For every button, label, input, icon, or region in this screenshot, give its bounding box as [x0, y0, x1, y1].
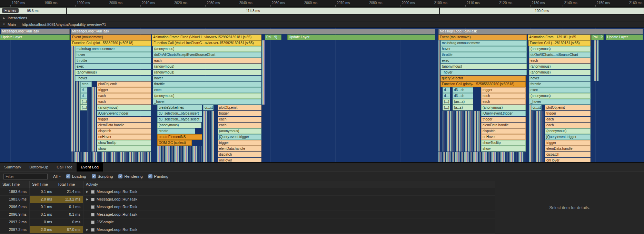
flame-bar[interactable]: Function Call (...28139181.js:85) [528, 40, 591, 46]
flame-bar[interactable]: exec [440, 58, 527, 64]
flame-bar[interactable]: (...) [443, 99, 450, 105]
flame-bar[interactable]: cr...xt [203, 105, 214, 110]
flame-bar[interactable]: _hover [75, 76, 151, 81]
flame-bar[interactable]: elemData.handle [97, 123, 151, 128]
flame-bar[interactable]: (anonymous) [153, 64, 261, 69]
flame-bar[interactable]: each [481, 93, 526, 99]
flame-bar[interactable]: each [545, 117, 591, 122]
flame-bar[interactable]: (...) [443, 105, 450, 110]
flame-bar[interactable]: plotObj.emit [545, 105, 591, 110]
flame-bar[interactable]: throttle [529, 81, 591, 87]
flame-bar[interactable]: jQuery.event.trigger [481, 111, 526, 116]
table-row[interactable]: 1883.6 ms0.1 ms21.4 ms▶MessageLoop::RunT… [0, 188, 495, 196]
column-header-total-time[interactable]: Total Time [55, 181, 83, 188]
checkbox-rendering[interactable]: ✓Rendering [118, 174, 142, 178]
flame-bar[interactable]: (...) [80, 105, 87, 110]
flame-bar[interactable]: show [481, 146, 526, 152]
checkbox-painting[interactable]: ✓Painting [148, 174, 169, 178]
main-track-header[interactable]: ▼ Main — http://localhost:8081/chystat/c… [0, 21, 644, 28]
flame-bar[interactable]: d3...ch [453, 87, 473, 93]
flame-bar[interactable]: each [481, 99, 526, 105]
table-row[interactable]: 2096.9 ms0.1 ms0.1 msMessageLoop::RunTas… [0, 203, 495, 211]
duration-filter-select[interactable]: All ▾ [53, 174, 61, 178]
flame-bar[interactable]: throttle [75, 58, 151, 64]
frame-bar[interactable]: 100.0 ms [440, 8, 644, 14]
flame-bar[interactable]: Event (mousemove) [438, 35, 527, 40]
flame-bar[interactable]: throttle [153, 81, 261, 87]
flame-bar[interactable]: createSpikelines [157, 105, 202, 110]
flame-bar[interactable]: (anonymous) [529, 64, 591, 69]
flame-bar[interactable]: Function Call (ValueLineChartG...avior-v… [152, 40, 261, 46]
flame-bar[interactable]: exec [75, 64, 151, 69]
flame-bar[interactable]: d... [80, 93, 87, 99]
flame-bar[interactable]: (an...s) [453, 99, 473, 105]
flame-bar[interactable]: Function Call (plot...55639760.js:50518) [71, 40, 151, 46]
flame-bar[interactable]: hover [75, 52, 151, 58]
flame-bar[interactable]: d... [443, 93, 450, 99]
flame-bar[interactable]: dispatch [218, 152, 261, 157]
flame-bar[interactable]: createElementNS [157, 134, 202, 140]
flame-bar[interactable]: DOM GC (collect) [157, 140, 192, 146]
flame-bar[interactable]: jQuery.event.trigger [218, 134, 261, 140]
timeline-ruler[interactable]: 1970 ms1980 ms1990 ms2000 ms2010 ms2020 … [0, 0, 644, 7]
flame-bar[interactable]: onHover [545, 158, 591, 162]
flame-bar[interactable]: (anonymous) [529, 93, 591, 99]
interactions-track-header[interactable]: ▶ Interactions [0, 15, 644, 21]
flame-bar[interactable]: each [218, 117, 261, 122]
flame-bar[interactable]: each [218, 123, 261, 128]
flame-bar[interactable]: (anonymous) [545, 128, 591, 134]
flame-bar[interactable]: maindrag.onmousemove [75, 46, 151, 52]
flame-bar[interactable]: (anonymous) [529, 46, 591, 52]
flame-bar[interactable]: d... [443, 87, 450, 93]
table-row[interactable]: 1983.6 ms2.0 ms113.2 ms▶MessageLoop::Run… [0, 196, 495, 203]
flame-bar[interactable]: (anonymous) [153, 70, 261, 75]
flame-bar[interactable]: (anonymous) [529, 70, 591, 75]
flame-bar[interactable]: _hover [529, 99, 591, 105]
flame-bar[interactable]: MessageLoop::RunTask [1, 29, 70, 34]
flame-bar[interactable]: elemData.handle [545, 146, 591, 152]
flame-bar[interactable]: querySelector [440, 76, 526, 81]
flame-bar[interactable]: Animation Fram...139181.js:85 [528, 35, 591, 40]
flame-bar[interactable]: create [157, 128, 195, 134]
flame-bar[interactable]: Pai...9) [265, 35, 281, 40]
flame-bar[interactable]: (anonymous) [97, 105, 151, 110]
tab-bottom-up[interactable]: Bottom-Up [25, 163, 52, 172]
flame-bar[interactable]: Function Call (plotly-...525855639760.js… [440, 81, 526, 87]
checkbox-loading[interactable]: ✓Loading [66, 174, 86, 178]
flame-bar[interactable]: onHover [218, 158, 261, 162]
flame-bar[interactable]: each [97, 99, 151, 105]
flame-bar[interactable]: dispatch [481, 128, 526, 134]
flame-bar[interactable]: (anonymous) [153, 93, 261, 99]
flame-bar[interactable]: (anonymous) [75, 70, 151, 75]
flame-bar[interactable]: plotObj.emit [97, 81, 151, 87]
flame-bar[interactable]: trigger [545, 111, 591, 116]
flame-bar[interactable]: (a...s) [453, 105, 473, 110]
flame-bar[interactable]: each [545, 123, 591, 128]
flame-bar[interactable]: d... [80, 87, 87, 93]
flame-bar[interactable]: doOnAllCharts...ntSourceChart [529, 52, 591, 58]
flame-bar[interactable]: trigger [97, 117, 151, 122]
tab-summary[interactable]: Summary [0, 163, 25, 172]
tab-event-log[interactable]: Event Log [77, 163, 103, 172]
flame-bar[interactable]: showTooltip [97, 140, 151, 146]
expand-arrow-icon[interactable]: ▶ [86, 226, 89, 233]
flame-bar[interactable]: Update Layer [606, 35, 643, 40]
flame-bar[interactable]: (...) [80, 99, 87, 105]
flame-bar[interactable]: show [97, 146, 151, 152]
flame-bar[interactable]: trigger [218, 111, 261, 116]
checkbox-scripting[interactable]: ✓Scripting [92, 174, 113, 178]
flame-bar[interactable]: dispatch [545, 152, 591, 157]
flame-bar[interactable]: throttle [440, 52, 527, 58]
flame-bar[interactable]: MessageLoop::RunTask [438, 29, 643, 34]
flame-bar[interactable]: plotObj.emit [218, 105, 261, 110]
flame-bar[interactable]: (anonymous) [481, 105, 526, 110]
flame-bar[interactable]: showTooltip [481, 140, 526, 146]
flame-bar[interactable]: (anonymous) [153, 46, 261, 52]
flame-bar[interactable]: hover [440, 46, 527, 52]
flame-bar[interactable]: jQuery.event.trigger [545, 134, 591, 140]
column-header-self-time[interactable]: Self Time [30, 181, 55, 188]
tab-call-tree[interactable]: Call Tree [52, 163, 77, 172]
flame-bar[interactable]: (anonymous) [440, 64, 527, 69]
flame-bar[interactable]: exec [153, 87, 261, 93]
table-row[interactable]: 2097.2 ms0 ms0 msJSSample [0, 218, 495, 226]
